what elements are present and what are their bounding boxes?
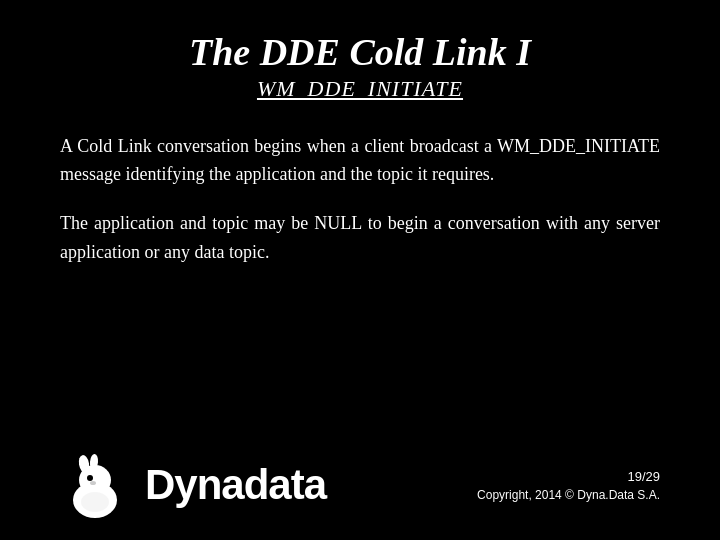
subtitle: WM_DDE_INITIATE [60, 76, 660, 102]
logo-area: Dynadata [60, 450, 326, 520]
bottom-right: 19/29 Copyright, 2014 © Dyna.Data S.A. [477, 469, 660, 502]
svg-point-4 [87, 475, 93, 481]
logo-text: Dynadata [145, 461, 326, 509]
mascot-icon [60, 450, 130, 520]
svg-point-6 [81, 492, 109, 512]
main-title: The DDE Cold Link I [60, 30, 660, 76]
bottom-area: Dynadata 19/29 Copyright, 2014 © Dyna.Da… [60, 440, 660, 520]
svg-point-5 [90, 481, 96, 485]
title-area: The DDE Cold Link I WM_DDE_INITIATE [60, 30, 660, 102]
slide: The DDE Cold Link I WM_DDE_INITIATE A Co… [0, 0, 720, 540]
paragraph-2: The application and topic may be NULL to… [60, 209, 660, 267]
content-area: A Cold Link conversation begins when a c… [60, 132, 660, 440]
copyright-text: Copyright, 2014 © Dyna.Data S.A. [477, 488, 660, 502]
slide-number: 19/29 [627, 469, 660, 484]
paragraph-1: A Cold Link conversation begins when a c… [60, 132, 660, 190]
